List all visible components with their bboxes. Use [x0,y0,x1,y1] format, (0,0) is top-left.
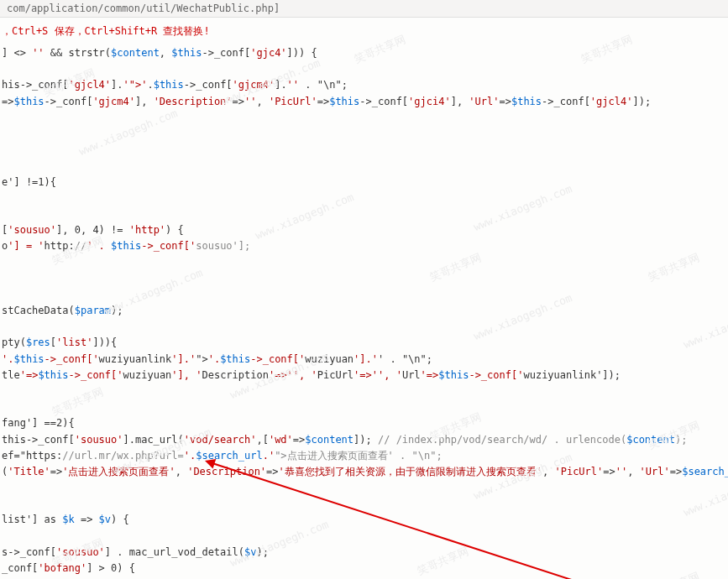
instruction-text: ，Ctrl+S 保存，Ctrl+Shift+R 查找替换! [2,25,210,37]
code-block: ] <> '' && strstr($content, $this->_conf… [0,45,728,579]
instruction-line: ，Ctrl+S 保存，Ctrl+Shift+R 查找替换! [0,18,728,45]
code-line: s->_conf['sousuo'] . mac_url_vod_detail(… [2,546,269,558]
code-line: e'] !=1){ [2,176,56,188]
code-line: pty($res['list'])){ [2,336,117,348]
code-line: ('Title'=>'点击进入搜索页面查看', 'Description'=>'… [2,466,728,477]
code-line: list'] as $k => $v) { [2,514,129,525]
code-line: =>$this->_conf['gjcm4'], 'Description'=>… [2,96,651,107]
code-line: ef="https://url.mr/wx.php?url='.$search_… [2,450,443,462]
file-path: com/application/common/util/WechatPublic… [7,3,280,14]
code-line: his->_conf['gjcl4'].'">'.$this->_conf['g… [2,79,348,91]
code-line: _conf['bofang'] > 0) { [2,562,135,574]
code-line: ] <> '' && strstr($content, $this->_conf… [2,47,317,59]
code-line: '.$this->_conf['wuziyuanlink'].'">'.$thi… [2,353,432,365]
code-line: this->_conf['sousuo'].mac_url('vod/searc… [2,434,687,446]
code-line: o'] = 'http://' . $this->_conf['sousuo']… [2,240,250,252]
code-line: ['sousuo'], 0, 4) != 'http') { [2,224,184,236]
header-bar: com/application/common/util/WechatPublic… [0,0,728,18]
code-line: tle'=>$this->_conf['wuziyuan'], 'Descrip… [2,369,621,381]
code-line: stCacheData($param); [2,305,123,316]
code-line: fang'] ==2){ [2,417,75,429]
